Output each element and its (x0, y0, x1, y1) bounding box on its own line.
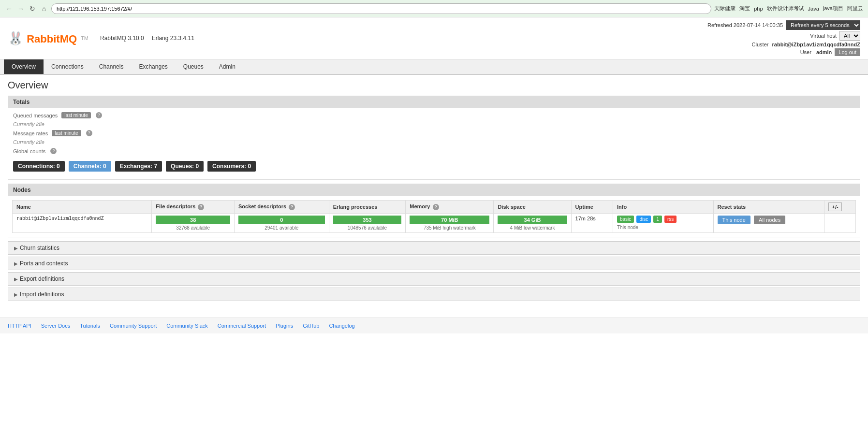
cluster-row: Cluster rabbit@iZbp1av1izm1qqcdfa0nndZ (752, 42, 860, 47)
bookmark-item[interactable]: 天际健康 (714, 5, 736, 12)
memory-help: ? (433, 204, 439, 210)
export-arrow: ▶ (14, 276, 18, 282)
message-rates-label: Message rates (13, 130, 48, 136)
bookmarks: 天际健康 淘宝 php 软件设计师考试 Java java项目 阿里云 (714, 5, 863, 12)
file-desc-cell: 38 32768 available (152, 214, 235, 233)
import-definitions-header[interactable]: ▶ Import definitions (8, 288, 860, 301)
rmq-logo: 🐰 RabbitMQ TM RabbitMQ 3.10.0 Erlang 23.… (8, 31, 194, 46)
bookmark-item[interactable]: Java (808, 6, 819, 12)
import-label: Import definitions (20, 291, 64, 298)
footer-link-community-support[interactable]: Community Support (110, 323, 157, 329)
col-reset-stats: Reset stats (713, 201, 824, 214)
footer-link-http-api[interactable]: HTTP API (8, 323, 31, 329)
user-value: admin (816, 49, 832, 55)
exchanges-count[interactable]: Exchanges: 7 (115, 161, 162, 172)
file-desc-help: ? (198, 204, 204, 210)
rmq-version-erlang: Erlang 23.3.4.11 (152, 35, 194, 42)
connections-count[interactable]: Connections: 0 (13, 161, 65, 172)
memory-bar: 70 MiB (410, 216, 489, 224)
logout-button[interactable]: Log out (835, 48, 860, 56)
footer-link-tutorials[interactable]: Tutorials (80, 323, 100, 329)
erlang-proc-bar: 353 (333, 216, 402, 224)
churn-statistics-header[interactable]: ▶ Churn statistics (8, 241, 860, 255)
export-label: Export definitions (20, 275, 64, 282)
refreshed-timestamp: Refreshed 2022-07-14 14:00:35 (707, 22, 783, 28)
bookmark-item[interactable]: 阿里云 (847, 5, 863, 12)
nodes-table: Name File descriptors ? Socket descripto… (12, 200, 856, 233)
nodes-section-header: Nodes (8, 184, 860, 196)
footer-link-community-slack[interactable]: Community Slack (166, 323, 208, 329)
cluster-label: Cluster (752, 42, 769, 47)
rmq-footer: HTTP API Server Docs Tutorials Community… (0, 318, 868, 333)
rmq-logo-text: 🐰 RabbitMQ (8, 31, 77, 46)
tab-exchanges[interactable]: Exchanges (131, 59, 175, 74)
footer-link-plugins[interactable]: Plugins (276, 323, 293, 329)
info-badge-rss[interactable]: rss (664, 216, 677, 223)
footer-link-changelog[interactable]: Changelog (329, 323, 354, 329)
bookmark-item[interactable]: php (754, 6, 763, 12)
plus-minus-cell (824, 214, 856, 233)
rmq-main: Overview Totals Queued messages last min… (0, 75, 868, 308)
info-badge-1[interactable]: 1 (653, 216, 662, 223)
export-definitions-header[interactable]: ▶ Export definitions (8, 272, 860, 286)
queued-messages-badge: last minute (61, 112, 90, 118)
disk-space-bar: 34 GiB (498, 216, 567, 224)
totals-section-header: Totals (8, 96, 860, 108)
rmq-nav: Overview Connections Channels Exchanges … (0, 59, 868, 75)
vhost-select[interactable]: All (839, 31, 860, 41)
consumers-count[interactable]: Consumers: 0 (207, 161, 256, 172)
tab-overview[interactable]: Overview (4, 59, 44, 74)
queued-messages-help: ? (96, 112, 102, 118)
disk-space-watermark: 4 MiB low watermark (498, 225, 567, 231)
info-badge-disc[interactable]: disc (636, 216, 651, 223)
channels-count[interactable]: Channels: 0 (69, 161, 111, 172)
erlang-proc-available: 1048576 available (333, 225, 402, 231)
reset-all-nodes-button[interactable]: All nodes (754, 216, 785, 224)
forward-button[interactable]: → (16, 4, 25, 13)
page-title: Overview (8, 80, 860, 91)
queues-count[interactable]: Queues: 0 (166, 161, 204, 172)
message-rates-badge: last minute (52, 130, 81, 136)
tab-queues[interactable]: Queues (176, 59, 211, 74)
back-button[interactable]: ← (5, 4, 14, 13)
refresh-button[interactable]: ↻ (28, 4, 37, 13)
bookmark-item[interactable]: java项目 (823, 5, 843, 12)
bookmark-item[interactable]: 软件设计师考试 (767, 5, 804, 12)
message-rates-row: Message rates last minute ? (13, 130, 855, 136)
erlang-proc-cell: 353 1048576 available (329, 214, 406, 233)
message-rates-status: Currently idle (13, 139, 44, 145)
col-plus-minus: +/- (824, 201, 856, 214)
tab-channels[interactable]: Channels (91, 59, 132, 74)
url-bar[interactable] (51, 3, 711, 14)
nodes-section: Nodes Name File descriptors ? Socket des… (8, 184, 860, 237)
nodes-table-header: Name File descriptors ? Socket descripto… (13, 201, 856, 214)
rmq-version-rmq: RabbitMQ 3.10.0 (100, 35, 144, 42)
info-badge-basic[interactable]: basic (617, 216, 634, 223)
footer-link-commercial-support[interactable]: Commercial Support (218, 323, 266, 329)
socket-desc-help: ? (289, 204, 295, 210)
global-counts-label: Global counts (13, 148, 45, 154)
nodes-label: Nodes (13, 187, 31, 193)
refresh-select[interactable]: Refresh every 5 seconds Every 10 seconds… (786, 20, 860, 30)
reset-stats-cell: This node All nodes (713, 214, 824, 233)
bookmark-item[interactable]: 淘宝 (739, 5, 750, 12)
tab-connections[interactable]: Connections (44, 59, 91, 74)
churn-arrow: ▶ (14, 246, 18, 251)
message-rates-status-row: Currently idle (13, 139, 855, 145)
col-name: Name (13, 201, 152, 214)
rmq-header: 🐰 RabbitMQ TM RabbitMQ 3.10.0 Erlang 23.… (0, 17, 868, 59)
home-button[interactable]: ⌂ (40, 4, 48, 13)
churn-label: Churn statistics (20, 245, 59, 251)
plus-minus-button[interactable]: +/- (828, 203, 841, 211)
browser-bar: ← → ↻ ⌂ 天际健康 淘宝 php 软件设计师考试 Java java项目 … (0, 0, 868, 17)
ports-contexts-header[interactable]: ▶ Ports and contexts (8, 257, 860, 270)
tab-admin[interactable]: Admin (211, 59, 243, 74)
info-cell: basic disc 1 rss This node (613, 214, 713, 233)
socket-desc-cell: 0 29401 available (235, 214, 329, 233)
global-counts-label-row: Global counts ? (13, 148, 855, 154)
footer-link-github[interactable]: GitHub (303, 323, 319, 329)
footer-link-server-docs[interactable]: Server Docs (41, 323, 71, 329)
node-name: rabbit@iZbp1av1izm1qqcdfa0nndZ (13, 214, 152, 233)
reset-this-node-button[interactable]: This node (718, 216, 750, 224)
memory-cell: 70 MiB 735 MiB high watermark (406, 214, 494, 233)
